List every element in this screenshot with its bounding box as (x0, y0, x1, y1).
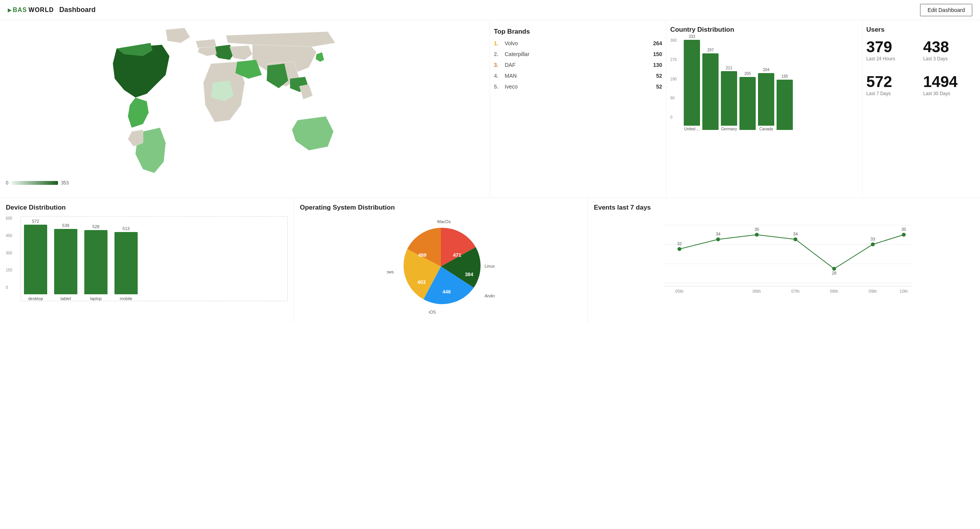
list-item: 5. Iveco 52 (494, 84, 662, 90)
legend-min: 0 (6, 180, 9, 186)
legend-max: 353 (61, 180, 69, 186)
header-left: ▸ BAS WORLD Dashboard (8, 6, 96, 14)
x-label-07th: 07th (791, 289, 799, 294)
label-windows: Windows (387, 270, 394, 274)
list-item: 1. Volvo 264 (494, 40, 662, 46)
brand-count-1: 264 (653, 40, 662, 46)
bar-2 (702, 53, 719, 130)
edit-dashboard-button[interactable]: Edit Dashboard (920, 4, 972, 16)
list-item: 3. DAF 130 (494, 62, 662, 68)
brand-name-2: Caterpillar (505, 51, 650, 57)
device-col-mobile: 513 mobile (114, 226, 138, 301)
map-legend: 0 353 (6, 180, 484, 186)
label-windows-val: 489 (418, 252, 427, 258)
bar-col-5: 204 Canada (758, 68, 774, 131)
dot-3 (755, 233, 759, 237)
brand-count-5: 52 (656, 84, 662, 90)
device-bar-laptop (84, 230, 108, 294)
bar-4 (739, 77, 756, 130)
device-distribution-section: Device Distribution 600 450 300 150 0 57… (0, 198, 294, 323)
device-chart-container: 600 450 300 150 0 572 desktop 539 tablet (6, 216, 288, 301)
stat-24h: 379 Last 24 Hours (866, 38, 919, 61)
dot-1 (678, 247, 681, 251)
bar-col-2: 297 (702, 48, 719, 131)
bar-col-3: 211 Germany (721, 66, 737, 131)
legend-gradient-bar (12, 181, 58, 185)
bar-col-6: 195 (777, 74, 793, 131)
dot-5 (832, 267, 836, 271)
dot-4 (794, 237, 797, 241)
stat-number-7d: 572 (866, 73, 919, 90)
label-ios-val: 403 (417, 279, 426, 285)
bar-6 (777, 80, 793, 130)
bar-1 (684, 40, 700, 126)
country-chart-wrap: 360 270 180 90 0 333 United ... 297 (670, 38, 858, 131)
bottom-area: Device Distribution 600 450 300 150 0 57… (0, 198, 980, 323)
brand-count-3: 130 (653, 62, 662, 68)
x-label-09th: 09th (869, 289, 877, 294)
logo-icon: ▸ (8, 6, 11, 14)
val-label-7: 35 (901, 227, 906, 232)
device-bar-mobile (114, 232, 138, 294)
users-title: Users (866, 26, 976, 34)
rank-2: 2. (494, 51, 502, 57)
stat-number-3d: 438 (923, 38, 976, 55)
users-stats-grid: 379 Last 24 Hours 438 Last 3 Days 572 La… (866, 38, 976, 96)
events-section: Events last 7 days (588, 198, 980, 323)
stat-3d: 438 Last 3 Days (923, 38, 976, 61)
users-section: Users 379 Last 24 Hours 438 Last 3 Days … (862, 20, 980, 198)
stat-label-24h: Last 24 Hours (866, 56, 919, 61)
rank-5: 5. (494, 84, 502, 90)
bar-col-4: 205 (739, 72, 756, 131)
device-col-tablet: 539 tablet (54, 223, 77, 301)
x-label-10th: 10th (900, 289, 908, 294)
device-title: Device Distribution (6, 204, 288, 212)
device-bar-chart: 572 desktop 539 tablet 528 laptop 513 (20, 216, 288, 301)
val-label-5: 28 (832, 271, 837, 275)
mexico-path (128, 97, 149, 128)
device-y-axis: 600 450 300 150 0 (6, 216, 12, 290)
logo-bas: BAS (13, 7, 27, 14)
bar-3 (721, 71, 737, 126)
logo-world: WORLD (29, 7, 54, 14)
japan-path (316, 52, 324, 61)
stat-label-30d: Last 30 Days (923, 91, 976, 96)
label-linux-val: 384 (465, 271, 473, 277)
x-label-05th: 05th (675, 289, 683, 294)
rank-3: 3. (494, 62, 502, 68)
label-macos: MacOs (437, 219, 451, 224)
label-ios: iOS (429, 310, 436, 314)
pie-chart-wrap: 471 384 446 403 489 MacOs Linux Android … (300, 216, 582, 317)
rank-1: 1. (494, 40, 502, 46)
x-label-06th: 06th (753, 289, 761, 294)
device-bar-tablet (54, 229, 77, 294)
country-distribution-section: Country Distribution 360 270 180 90 0 33… (666, 20, 862, 198)
val-label-1: 32 (677, 241, 682, 246)
val-label-6: 33 (871, 237, 875, 241)
pie-chart-svg: 471 384 446 403 489 MacOs Linux Android … (387, 216, 495, 317)
x-label-08th: 08th (830, 289, 838, 294)
world-map-svg (6, 26, 484, 177)
events-line-chart: 32 34 35 34 28 33 35 05th 06th 07th 08th… (594, 217, 974, 302)
device-bar-desktop (24, 225, 47, 294)
brand-name-3: DAF (505, 62, 650, 68)
line-chart-container: 32 34 35 34 28 33 35 05th 06th 07th 08th… (594, 217, 974, 304)
dot-6 (871, 242, 875, 246)
brand-name-5: Iveco (505, 84, 653, 90)
brand-name-4: MAN (505, 73, 653, 79)
os-distribution-section: Operating System Distribution 471 384 44… (294, 198, 588, 323)
brand-count-4: 52 (656, 73, 662, 79)
label-macos-val: 471 (453, 252, 461, 258)
val-label-3: 35 (755, 227, 759, 232)
country-bar-chart: 333 United ... 297 211 Germany 205 (684, 38, 858, 131)
events-title: Events last 7 days (594, 204, 974, 212)
list-item: 2. Caterpillar 150 (494, 51, 662, 57)
brand-count-2: 150 (653, 51, 662, 57)
australia-path (292, 116, 333, 150)
brand-name-1: Volvo (505, 40, 650, 46)
page-title: Dashboard (59, 6, 96, 14)
label-android-val: 446 (442, 289, 451, 295)
dot-2 (716, 237, 720, 241)
world-map-section: 0 353 (0, 20, 490, 198)
device-col-laptop: 528 laptop (84, 224, 108, 301)
